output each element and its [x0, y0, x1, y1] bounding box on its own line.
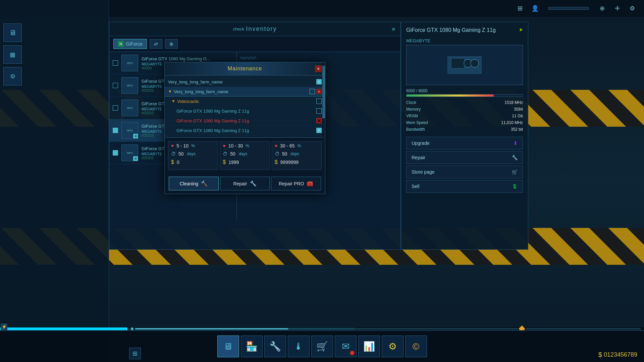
- settings-icon[interactable]: ⚙: [627, 3, 637, 13]
- zoom-icon[interactable]: ⊕: [597, 3, 607, 13]
- rig-icon: 🖥: [223, 341, 233, 352]
- temp-icon: 🌡: [294, 341, 303, 352]
- upgrade-button[interactable]: Upgrade ⬆: [406, 137, 523, 149]
- inventory-header: check Inventory ×: [109, 22, 400, 36]
- taskbar-btn-crypto[interactable]: ⚙: [382, 336, 404, 357]
- stat-clock-label: Clock: [406, 100, 416, 105]
- farm-remove-button-2[interactable]: ×: [316, 89, 322, 94]
- taskbar-btn-currency[interactable]: ©: [405, 336, 427, 357]
- stat-column-2: ♥ 10 - 30 % ⏱ 50 days $ 1999: [220, 141, 270, 170]
- health-range-2: 10 - 30: [228, 143, 243, 148]
- days-row-2: ⏱ 50 days: [223, 151, 267, 157]
- side-actions: Upgrade ⬆ Repair 🔧 Store page 🛒 Sell 💲: [406, 137, 523, 193]
- taskbar-btn-temp[interactable]: 🌡: [288, 336, 310, 357]
- videocards-label: Videocards: [177, 99, 316, 104]
- taskbar-btn-cart[interactable]: 🛒: [311, 336, 333, 357]
- farm-row-gpu1[interactable]: GiForce GTX 1080 Mg Gaming Z 11g: [165, 106, 325, 116]
- mail-icon: ✉: [342, 341, 350, 352]
- farm-checkbox-1[interactable]: ✓: [316, 79, 322, 84]
- sell-label: Sell: [412, 184, 419, 189]
- item-icon: GPU: [121, 55, 138, 71]
- farm-row-videocards[interactable]: ▼ Videocards: [165, 97, 325, 106]
- stat-vram-value: 11 Gb: [512, 114, 523, 118]
- hp-fill: [407, 95, 494, 97]
- inventory-close-button[interactable]: ×: [391, 25, 395, 33]
- farm-row-gpu2[interactable]: GiForce GTX 1080 Mg Gaming Z 11g ✕: [165, 116, 325, 126]
- item-checkbox[interactable]: [113, 105, 118, 111]
- taskbar-btn-tools[interactable]: 🔧: [264, 336, 286, 357]
- progress-track: [135, 328, 518, 329]
- taskbar-btn-stats[interactable]: 📊: [358, 336, 380, 357]
- repair-pro-button[interactable]: Repair PRO 🧰: [271, 177, 321, 190]
- heart-icon-1: ♥: [171, 143, 174, 148]
- taskbar-icons: 🖥 🏪 🔧 🌡 🛒 ✉ ! 📊 ⚙ ©: [7, 336, 637, 357]
- maintenance-title: Maintenance: [228, 66, 262, 72]
- lightning-indicator: ⚡: [1, 323, 7, 330]
- progress-track-2: [526, 328, 641, 329]
- grid-icon: ⊞: [132, 350, 138, 357]
- sidebar-item-3[interactable]: ⚙: [3, 67, 22, 85]
- stat-column-1: ♥ 5 - 10 % ⏱ 50 days $ 0: [168, 141, 218, 170]
- mail-badge: !: [350, 351, 355, 355]
- health-unit-3: %: [298, 143, 301, 148]
- tab-profile[interactable]: ⊕: [165, 39, 178, 49]
- gpu1-label: GiForce GTX 1080 Mg Gaming Z 11g: [176, 109, 316, 114]
- heart-icon-2: ♥: [223, 143, 225, 148]
- upgrade-icon: ⬆: [514, 140, 518, 146]
- farm-row-gpu3[interactable]: GiForce GTX 1080 Mg Gaming Z 11g ✓: [165, 126, 325, 135]
- days-row-3: ⏱ 50 days: [275, 151, 319, 157]
- taskbar-btn-rig[interactable]: 🖥: [217, 336, 239, 357]
- sell-button[interactable]: Sell 💲: [406, 180, 523, 193]
- videocards-checkbox[interactable]: [316, 99, 322, 104]
- item-icon: GPU ⚙: [121, 122, 138, 139]
- farm-row-2[interactable]: ▼ Very_long_long_farm_name ×: [165, 87, 325, 97]
- repair-label: Repair: [412, 155, 425, 160]
- detail-stats: Clock 1518 MHz Memory 3584 VRAM 11 Gb Me…: [406, 100, 523, 132]
- farm-name-2: Very_long_long_farm_name: [174, 89, 310, 94]
- tab-swap[interactable]: ⇄: [150, 39, 162, 49]
- sidebar-item-2[interactable]: ▦: [3, 45, 22, 64]
- item-icon: GPU: [121, 100, 138, 116]
- crypto-icon: ⚙: [388, 341, 397, 352]
- stat-vram-label: VRAM: [406, 114, 418, 118]
- stat-bandwidth-value: 352 bit: [511, 127, 523, 132]
- tab-giforce[interactable]: N GiForce: [113, 39, 147, 49]
- taskbar-btn-mail[interactable]: ✉ !: [335, 336, 357, 357]
- grid-button[interactable]: ⊞: [129, 348, 141, 359]
- farm-name-1: Very_long_long_farm_name: [168, 79, 316, 84]
- hud-progress: [548, 7, 589, 10]
- item-checkbox[interactable]: [113, 60, 118, 66]
- health-range-3: 30 - 65: [280, 143, 295, 148]
- maintenance-scrollbar[interactable]: [322, 62, 325, 194]
- progress-dot: [131, 327, 133, 330]
- stats-icon: 📊: [363, 341, 375, 352]
- maintenance-close-button[interactable]: ×: [315, 65, 322, 72]
- item-icon: GPU: [121, 77, 138, 94]
- gpu2-checkbox[interactable]: ✕: [316, 118, 322, 123]
- health-unit-2: %: [246, 143, 249, 148]
- farm-checkbox-2[interactable]: [310, 89, 315, 94]
- repair-button[interactable]: Repair 🔧: [406, 151, 523, 164]
- item-checkbox[interactable]: [113, 128, 118, 133]
- days-unit-2: days: [239, 152, 247, 156]
- item-checkbox[interactable]: [113, 83, 118, 88]
- detail-gpu-title: GiForce GTX 1080 Mg Gaming Z 11g: [406, 27, 523, 33]
- farm-row-1[interactable]: Very_long_long_farm_name ✓: [165, 77, 325, 87]
- gpu3-checkbox[interactable]: ✓: [316, 128, 322, 133]
- inventory-title: Inventory: [246, 25, 277, 33]
- move-icon[interactable]: ✛: [612, 3, 622, 13]
- expand-icon[interactable]: ⊞: [515, 3, 525, 13]
- expand-arrow-videocards: ▼: [171, 99, 175, 104]
- gpu1-checkbox[interactable]: [316, 108, 322, 114]
- store-page-button[interactable]: Store page 🛒: [406, 166, 523, 178]
- user-icon[interactable]: 👤: [530, 3, 540, 13]
- dollar-icon-1: $: [171, 159, 174, 165]
- sidebar-item-1[interactable]: 🖥: [3, 23, 22, 42]
- maintenance-dialog: Maintenance × Very_long_long_farm_name ✓…: [164, 62, 325, 194]
- item-checkbox[interactable]: [113, 150, 118, 156]
- taskbar-btn-shop[interactable]: 🏪: [241, 336, 263, 357]
- gpu-image: [406, 45, 523, 85]
- repair-button-maint[interactable]: Repair 🔧: [220, 177, 270, 190]
- cleaning-button[interactable]: Cleaning 🔨: [169, 177, 219, 190]
- stat-memspeed-value: 11,010 MHz: [501, 120, 523, 125]
